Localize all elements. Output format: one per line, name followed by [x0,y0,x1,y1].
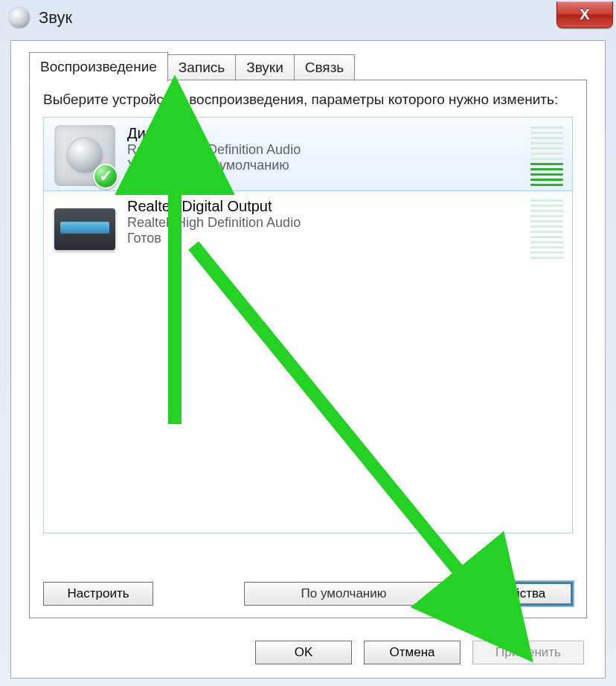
default-check-icon: ✓ [93,164,118,189]
close-button[interactable]: X [556,1,613,28]
device-text: Realtek Digital Output Realtek High Defi… [127,195,524,246]
title-bar: Звук [0,0,616,36]
tab-communications[interactable]: Связь [294,54,356,82]
device-item-digital-output[interactable]: Realtek Digital Output Realtek High Defi… [44,190,572,265]
dialog-button-row: OK Отмена Применить [255,641,584,664]
level-meter [530,199,563,259]
cancel-button[interactable]: Отмена [364,641,461,664]
sound-icon [9,7,30,28]
tab-page-playback: Выберите устройство воспроизведения, пар… [29,80,587,618]
set-default-dropdown[interactable]: По умолчанию [244,582,452,606]
dialog-body: Воспроизведение Запись Звуки Связь Выбер… [10,40,606,679]
configure-button[interactable]: Настроить [43,582,153,606]
instruction-text: Выберите устройство воспроизведения, пар… [43,91,573,109]
tab-sounds[interactable]: Звуки [235,54,295,82]
device-driver: Realtek High Definition Audio [127,215,524,231]
tab-bar: Воспроизведение Запись Звуки Связь [29,54,354,82]
page-button-row: Настроить По умолчанию Свойства [43,582,573,606]
spdif-device-icon [54,198,115,259]
device-name: Динамики [127,125,524,142]
device-driver: Realtek High Definition Audio [127,142,524,158]
device-status: Готов [127,231,524,246]
tab-recording[interactable]: Запись [167,54,236,82]
device-text: Динамики Realtek High Definition Audio У… [127,122,524,173]
speaker-device-icon: ✓ [54,125,115,186]
apply-button[interactable]: Применить [472,641,584,664]
tab-playback[interactable]: Воспроизведение [29,52,168,82]
window-title: Звук [39,8,72,28]
device-status: Устройство по умолчанию [127,158,524,173]
device-item-speakers[interactable]: ✓ Динамики Realtek High Definition Audio… [43,117,573,191]
level-meter [530,126,563,186]
properties-button[interactable]: Свойства [463,582,573,606]
device-list[interactable]: ✓ Динамики Realtek High Definition Audio… [43,117,573,533]
device-name: Realtek Digital Output [127,198,524,215]
ok-button[interactable]: OK [255,641,352,664]
close-icon: X [580,6,589,23]
